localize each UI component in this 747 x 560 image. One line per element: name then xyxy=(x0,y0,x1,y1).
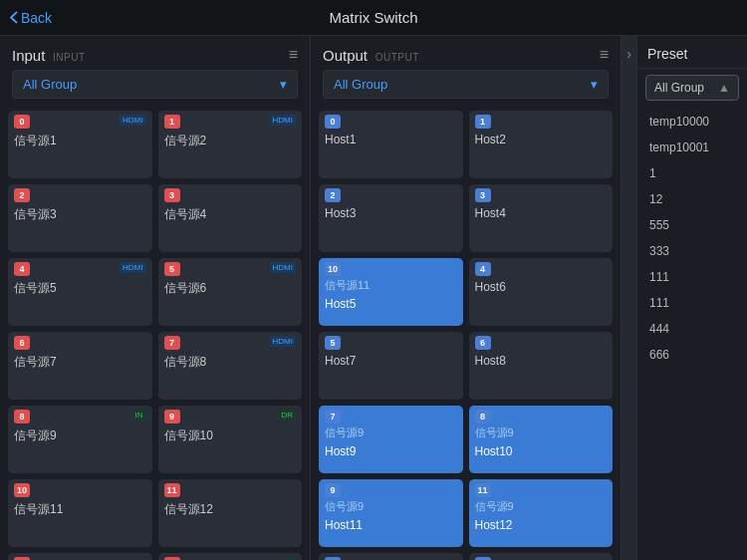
preset-list: temp10000temp10001112555333111111444666 xyxy=(637,107,747,560)
input-cell[interactable]: 6 信号源7 xyxy=(8,332,152,400)
cell-id-badge: 11 xyxy=(164,483,180,497)
preset-item[interactable]: temp10001 xyxy=(637,135,747,160)
cell-name: 信号源2 xyxy=(164,133,297,149)
output-cell[interactable]: 12 Host13 xyxy=(319,553,463,560)
cell-id-badge: 2 xyxy=(14,188,30,202)
cell-name: Host10 xyxy=(475,444,608,458)
cell-tag: HDMI xyxy=(120,115,145,126)
cell-name: 信号源4 xyxy=(164,206,297,223)
input-cell[interactable]: 5 HDMI 信号源6 xyxy=(158,258,303,326)
input-cell[interactable]: 8 IN 信号源9 xyxy=(8,406,152,473)
output-cell[interactable]: 7 信号源9 Host9 xyxy=(319,406,463,473)
output-cell[interactable]: 4 Host6 xyxy=(469,258,614,326)
cell-id-badge: 2 xyxy=(325,188,341,202)
input-cell[interactable]: 1 HDMI 信号源2 xyxy=(158,111,303,178)
input-panel: Input INPUT ≡ All Group ▾ 0 HDMI 信号源1 1 … xyxy=(0,36,311,560)
panels-container: Input INPUT ≡ All Group ▾ 0 HDMI 信号源1 1 … xyxy=(0,36,622,560)
output-title-group: Output OUTPUT xyxy=(323,47,419,64)
output-cell[interactable]: 2 Host3 xyxy=(319,184,463,252)
cell-name: Host5 xyxy=(325,297,457,311)
output-grid-container: 0 Host1 1 Host2 2 Host3 3 Host4 10 xyxy=(311,107,621,560)
cell-name: Host12 xyxy=(475,518,608,532)
output-group-label: All Group xyxy=(334,77,387,92)
cell-name: 信号源10 xyxy=(164,427,297,444)
preset-item[interactable]: 666 xyxy=(637,342,747,368)
cell-id-badge: 0 xyxy=(14,115,30,129)
cell-name: 信号源8 xyxy=(164,354,297,371)
output-menu-icon[interactable]: ≡ xyxy=(600,46,609,64)
sidebar-collapse-button[interactable]: › xyxy=(622,36,637,560)
input-cell[interactable]: 4 HDMI 信号源5 xyxy=(8,258,152,326)
cell-id-badge: 8 xyxy=(475,410,491,423)
output-cell[interactable]: 3 Host4 xyxy=(469,184,614,252)
output-group-chevron-icon: ▾ xyxy=(591,77,598,92)
cell-name: Host4 xyxy=(475,206,608,220)
preset-item[interactable]: 111 xyxy=(637,290,747,316)
output-cell[interactable]: 6 Host8 xyxy=(469,332,614,400)
input-cell[interactable]: 3 信号源4 xyxy=(158,184,303,252)
input-grid: 0 HDMI 信号源1 1 HDMI 信号源2 2 信号源3 3 信号源4 xyxy=(8,111,302,560)
cell-name: Host3 xyxy=(325,206,457,220)
back-chevron-icon xyxy=(10,11,18,24)
cell-tag: HDMI xyxy=(270,336,296,347)
cell-id-badge: 5 xyxy=(164,262,180,276)
preset-sidebar: Preset All Group ▲ temp10000temp10001112… xyxy=(637,36,747,560)
cell-id-badge: 3 xyxy=(475,188,491,202)
preset-item[interactable]: temp10000 xyxy=(637,109,747,135)
back-button[interactable]: Back xyxy=(10,10,52,26)
main-content: Input INPUT ≡ All Group ▾ 0 HDMI 信号源1 1 … xyxy=(0,36,747,560)
cell-id-badge: 9 xyxy=(325,483,341,497)
output-cell[interactable]: 10 信号源11 Host5 xyxy=(319,258,463,326)
output-cell[interactable]: 5 Host7 xyxy=(319,332,463,400)
cell-id-badge: 11 xyxy=(475,483,491,497)
cell-id-badge: 5 xyxy=(325,336,341,350)
sidebar-wrapper: › Preset All Group ▲ temp10000temp100011… xyxy=(622,36,747,560)
output-cell[interactable]: 13 Host14 xyxy=(469,553,614,560)
cell-id-badge: 9 xyxy=(164,410,180,423)
input-cell[interactable]: 12 信号源13 xyxy=(8,553,152,560)
preset-item[interactable]: 333 xyxy=(637,238,747,264)
cell-sub-label: 信号源9 xyxy=(325,425,457,440)
preset-group-selector[interactable]: All Group ▲ xyxy=(645,75,739,101)
preset-item[interactable]: 12 xyxy=(637,186,747,212)
output-panel-header: Output OUTPUT ≡ xyxy=(311,36,621,70)
output-cell[interactable]: 1 Host2 xyxy=(469,111,614,178)
preset-item[interactable]: 555 xyxy=(637,212,747,238)
cell-name: Host7 xyxy=(325,354,457,368)
input-cell[interactable]: 11 信号源12 xyxy=(158,479,303,547)
input-cell[interactable]: 27 P 信号源13-1 xyxy=(158,553,303,560)
input-menu-icon[interactable]: ≡ xyxy=(289,46,298,64)
cell-name: Host8 xyxy=(475,354,608,368)
back-label: Back xyxy=(21,10,52,26)
cell-id-badge: 1 xyxy=(164,115,180,129)
output-cell[interactable]: 0 Host1 xyxy=(319,111,463,178)
cell-id-badge: 6 xyxy=(14,336,30,350)
output-cell[interactable]: 11 信号源9 Host12 xyxy=(469,479,614,547)
output-subtitle: OUTPUT xyxy=(375,52,419,63)
preset-item[interactable]: 444 xyxy=(637,316,747,342)
preset-item[interactable]: 1 xyxy=(637,160,747,186)
cell-id-badge: 4 xyxy=(475,262,491,276)
preset-title: Preset xyxy=(637,36,747,69)
input-cell[interactable]: 7 HDMI 信号源8 xyxy=(158,332,303,400)
input-cell[interactable]: 9 DR 信号源10 xyxy=(158,406,303,473)
cell-tag: HDMI xyxy=(270,115,296,126)
preset-item[interactable]: 111 xyxy=(637,264,747,290)
cell-name: 信号源7 xyxy=(14,354,146,371)
output-cell[interactable]: 8 信号源9 Host10 xyxy=(469,406,614,473)
preset-group-label: All Group xyxy=(654,81,704,95)
cell-id-badge: 1 xyxy=(475,115,491,129)
cell-id-badge: 0 xyxy=(325,115,341,129)
cell-name: 信号源1 xyxy=(14,133,146,149)
output-cell[interactable]: 9 信号源9 Host11 xyxy=(319,479,463,547)
input-cell[interactable]: 10 信号源11 xyxy=(8,479,152,547)
input-cell[interactable]: 0 HDMI 信号源1 xyxy=(8,111,152,178)
cell-id-badge: 10 xyxy=(14,483,30,497)
input-group-selector[interactable]: All Group ▾ xyxy=(12,70,298,99)
preset-group-chevron-icon: ▲ xyxy=(718,81,730,95)
cell-name: 信号源9 xyxy=(14,427,146,444)
cell-id-badge: 4 xyxy=(14,262,30,276)
output-group-selector[interactable]: All Group ▾ xyxy=(323,70,609,99)
input-cell[interactable]: 2 信号源3 xyxy=(8,184,152,252)
cell-name: 信号源11 xyxy=(14,501,146,518)
